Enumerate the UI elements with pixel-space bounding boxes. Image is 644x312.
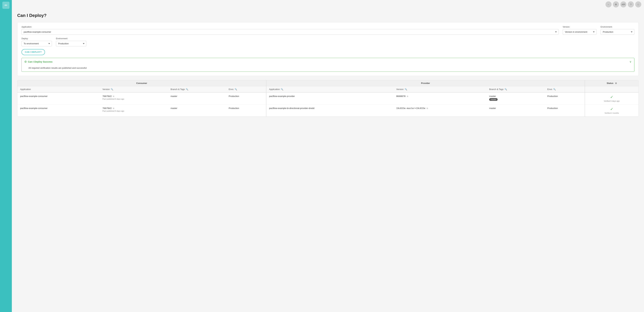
- col-provider-version: Version 🔍: [394, 86, 486, 93]
- provider-branch-cell: master master: [486, 92, 544, 105]
- success-title-text: Can I Deploy Success: [28, 60, 52, 63]
- consumer-branch-cell: master: [168, 105, 226, 117]
- status-group-header: Status ⊞: [585, 80, 638, 86]
- provider-app-search-icon[interactable]: 🔍: [281, 88, 283, 91]
- version-group: Version: Version in environment: [563, 26, 596, 35]
- filter-icon[interactable]: ⊞: [615, 82, 617, 84]
- status-check-icon: ✓: [588, 107, 636, 111]
- provider-envs-search-icon[interactable]: 🔍: [553, 88, 556, 91]
- deploy-label: Deploy:: [22, 37, 52, 40]
- table-row: pactflow-example-consumer 766f0d2 ⧉ Pact…: [18, 92, 638, 105]
- chevron-down-icon[interactable]: ∨: [630, 60, 632, 63]
- col-headers-row: Application Version 🔍: [18, 86, 638, 93]
- copy-icon[interactable]: ⧉: [407, 95, 408, 97]
- status-cell: ✓ Verified 6 days ago: [585, 92, 638, 105]
- settings-icon: ⚙: [615, 3, 617, 6]
- status-text: Verified 6 days ago: [588, 100, 636, 102]
- provider-app-cell: pactflow-example-bi-directional-provider…: [266, 105, 394, 117]
- help-button[interactable]: ?: [628, 1, 634, 8]
- col-provider-envs: Envs 🔍: [544, 86, 585, 93]
- provider-envs-cell: Production: [544, 92, 585, 105]
- provider-envs-cell: Production: [544, 105, 585, 117]
- col-provider-app: Application 🔍: [266, 86, 394, 93]
- consumer-envs-cell: Production: [226, 105, 266, 117]
- group-header-row: Consumer Provider Status ⊞: [18, 80, 638, 86]
- consumer-version-cell: 766f0d2 ⧉ Pact published 6 days ago: [100, 92, 168, 105]
- provider-branch-search-icon[interactable]: 🔍: [504, 88, 507, 91]
- page-area: Can I Deploy? Application: pactflow-exam…: [12, 9, 644, 312]
- table-container: Consumer Provider Status ⊞: [18, 80, 638, 117]
- consumer-group-header: Consumer: [18, 80, 266, 86]
- success-title: ⊙ Can I Deploy Success: [24, 60, 52, 63]
- consumer-app-cell: pactflow-example-consumer: [18, 105, 100, 117]
- page-title: Can I Deploy?: [17, 13, 638, 18]
- success-banner: ⊙ Can I Deploy Success ∨ All required ve…: [22, 58, 634, 72]
- consumer-branch-cell: master: [168, 92, 226, 105]
- form-section: Application: pactflow-example-consumer V…: [17, 22, 638, 76]
- provider-version-search-icon[interactable]: 🔍: [405, 88, 407, 91]
- user-icon: □: [638, 3, 639, 6]
- application-select[interactable]: pactflow-example-consumer: [22, 29, 559, 35]
- back-icon: ←: [608, 3, 610, 6]
- col-consumer-branch: Branch & Tags 🔍: [168, 86, 226, 93]
- consumer-version-cell: 766f0d2 ⧉ Pact published 6 days ago: [100, 105, 168, 117]
- application-group: Application: pactflow-example-consumer: [22, 26, 559, 35]
- deploy-env-label: Environment:: [56, 37, 86, 40]
- top-bar: ← ⚙ API ? □: [12, 0, 644, 9]
- provider-app-cell: pactflow-example-provider: [266, 92, 394, 105]
- deploy-env-select[interactable]: Production: [56, 41, 86, 46]
- app-logo[interactable]: ✏: [2, 2, 10, 9]
- consumer-envs-search-icon[interactable]: 🔍: [234, 88, 237, 91]
- status-header-text: Status: [607, 82, 614, 84]
- results-table-section: Consumer Provider Status ⊞: [17, 80, 638, 117]
- col-provider-branch: Branch & Tags 🔍: [486, 86, 544, 93]
- copy-icon[interactable]: ⧉: [113, 95, 114, 97]
- environment-select[interactable]: Production: [600, 29, 634, 35]
- col-consumer-version: Version 🔍: [100, 86, 168, 93]
- api-label: API: [622, 3, 625, 6]
- environment-group: Environment: Production: [600, 26, 634, 35]
- table-row: pactflow-example-consumer 766f0d2 ⧉ Pact…: [18, 105, 638, 117]
- success-message: All required verification results are pu…: [28, 67, 87, 69]
- consumer-app-cell: pactflow-example-consumer: [18, 92, 100, 105]
- sidebar: ✏: [0, 0, 12, 312]
- environment-label: Environment:: [600, 26, 634, 28]
- consumer-version-search-icon[interactable]: 🔍: [111, 88, 113, 91]
- provider-version-cell: 19c033e-master+19c033e ⧉: [394, 105, 486, 117]
- col-status: [585, 86, 638, 93]
- main-content: ← ⚙ API ? □ Can I Deploy? Application: p…: [12, 0, 644, 312]
- back-button[interactable]: ←: [606, 1, 612, 8]
- provider-group-header: Provider: [266, 80, 585, 86]
- success-check-icon: ⊙: [24, 60, 26, 63]
- status-check-icon: ✓: [588, 95, 636, 99]
- copy-icon[interactable]: ⧉: [427, 107, 428, 109]
- settings-button[interactable]: ⚙: [613, 1, 619, 8]
- col-consumer-envs: Envs 🔍: [226, 86, 266, 93]
- help-icon: ?: [630, 3, 631, 6]
- form-row-1: Application: pactflow-example-consumer V…: [22, 26, 634, 35]
- provider-branch-cell: master: [486, 105, 544, 117]
- version-label: Version:: [563, 26, 596, 28]
- col-consumer-app: Application: [18, 86, 100, 93]
- status-text: Verified 2 months: [588, 112, 636, 114]
- logo-icon: ✏: [4, 3, 8, 7]
- copy-icon[interactable]: ⧉: [113, 107, 114, 109]
- branch-tag-badge: master: [489, 98, 498, 101]
- form-row-2: Deploy: To environment Environment: Prod…: [22, 37, 634, 46]
- can-i-deploy-button[interactable]: CAN I DEPLOY?: [22, 49, 45, 55]
- application-label: Application:: [22, 26, 559, 28]
- status-cell: ✓ Verified 2 months: [585, 105, 638, 117]
- consumer-envs-cell: Production: [226, 92, 266, 105]
- success-header: ⊙ Can I Deploy Success ∨: [22, 58, 634, 65]
- consumer-branch-search-icon[interactable]: 🔍: [186, 88, 188, 91]
- success-body: All required verification results are pu…: [22, 65, 634, 72]
- results-table: Consumer Provider Status ⊞: [18, 80, 638, 117]
- provider-version-cell: 0660878 ⧉: [394, 92, 486, 105]
- table-body: pactflow-example-consumer 766f0d2 ⧉ Pact…: [18, 92, 638, 117]
- version-select[interactable]: Version in environment: [563, 29, 596, 35]
- deploy-env-group: Environment: Production: [56, 37, 86, 46]
- user-button[interactable]: □: [635, 1, 641, 8]
- deploy-select[interactable]: To environment: [22, 41, 52, 46]
- deploy-group: Deploy: To environment: [22, 37, 52, 46]
- api-button[interactable]: API: [620, 1, 626, 8]
